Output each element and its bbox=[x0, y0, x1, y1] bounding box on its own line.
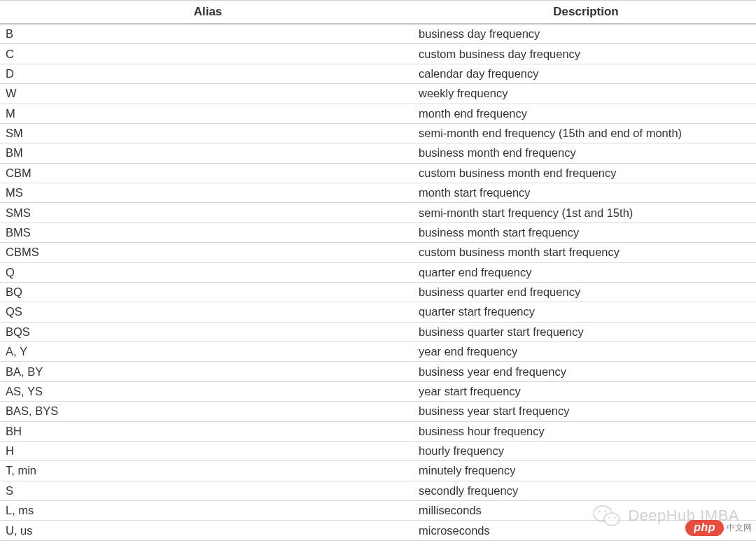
cell-alias: SM bbox=[0, 123, 416, 143]
cell-description: business year end frequency bbox=[416, 362, 756, 381]
cell-alias: BMS bbox=[0, 223, 416, 242]
cell-description: custom business month end frequency bbox=[416, 163, 756, 183]
cell-alias: SMS bbox=[0, 203, 416, 223]
cell-alias: CBM bbox=[0, 163, 416, 183]
cell-description: month end frequency bbox=[416, 104, 756, 123]
table-row: BMSbusiness month start frequency bbox=[0, 223, 756, 242]
cell-description: year end frequency bbox=[416, 342, 756, 362]
table-row: BMbusiness month end frequency bbox=[0, 143, 756, 163]
cell-alias: T, min bbox=[0, 461, 416, 481]
cell-alias: BQ bbox=[0, 282, 416, 302]
cell-description: business quarter end frequency bbox=[416, 282, 756, 302]
table-row: MSmonth start frequency bbox=[0, 183, 756, 203]
cell-alias: BAS, BYS bbox=[0, 402, 416, 421]
cell-description: minutely frequency bbox=[416, 461, 756, 481]
cell-description: hourly frequency bbox=[416, 441, 756, 460]
cell-alias: QS bbox=[0, 302, 416, 322]
cell-alias: N bbox=[0, 540, 416, 543]
cell-description: semi-month start frequency (1st and 15th… bbox=[416, 203, 756, 223]
table-body: Bbusiness day frequencyCcustom business … bbox=[0, 24, 756, 543]
table-row: Mmonth end frequency bbox=[0, 104, 756, 123]
cell-description: quarter start frequency bbox=[416, 302, 756, 322]
table-row: Nnanoseconds bbox=[0, 540, 756, 543]
cell-description: semi-month end frequency (15th and end o… bbox=[416, 123, 756, 143]
table-row: Qquarter end frequency bbox=[0, 262, 756, 282]
table-row: QSquarter start frequency bbox=[0, 302, 756, 322]
cell-description: nanoseconds bbox=[416, 540, 756, 543]
table-row: A, Yyear end frequency bbox=[0, 342, 756, 362]
cell-description: business year start frequency bbox=[416, 402, 756, 421]
cell-description: secondly frequency bbox=[416, 481, 756, 500]
header-alias: Alias bbox=[0, 1, 416, 24]
table-row: BHbusiness hour frequency bbox=[0, 421, 756, 441]
table-row: SMsemi-month end frequency (15th and end… bbox=[0, 123, 756, 143]
cell-description: business month start frequency bbox=[416, 223, 756, 242]
cell-description: year start frequency bbox=[416, 381, 756, 401]
cell-description: microseconds bbox=[416, 521, 756, 540]
cell-alias: AS, YS bbox=[0, 381, 416, 401]
table-row: CBMScustom business month start frequenc… bbox=[0, 243, 756, 262]
cell-alias: Q bbox=[0, 262, 416, 282]
table-row: U, usmicroseconds bbox=[0, 521, 756, 540]
cell-description: business month end frequency bbox=[416, 143, 756, 163]
table-row: Ccustom business day frequency bbox=[0, 44, 756, 64]
table-row: BAS, BYSbusiness year start frequency bbox=[0, 402, 756, 421]
table-row: L, msmilliseconds bbox=[0, 501, 756, 521]
table-row: BQSbusiness quarter start frequency bbox=[0, 322, 756, 341]
frequency-alias-table: Alias Description Bbusiness day frequenc… bbox=[0, 0, 756, 543]
cell-description: custom business day frequency bbox=[416, 44, 756, 64]
cell-alias: S bbox=[0, 481, 416, 500]
cell-alias: BM bbox=[0, 143, 416, 163]
cell-description: calendar day frequency bbox=[416, 64, 756, 83]
table-row: BQbusiness quarter end frequency bbox=[0, 282, 756, 302]
table-row: BA, BYbusiness year end frequency bbox=[0, 362, 756, 381]
frequency-alias-table-container: Alias Description Bbusiness day frequenc… bbox=[0, 0, 756, 543]
table-row: Bbusiness day frequency bbox=[0, 24, 756, 44]
table-header-row: Alias Description bbox=[0, 1, 756, 24]
table-row: AS, YSyear start frequency bbox=[0, 381, 756, 401]
cell-alias: C bbox=[0, 44, 416, 64]
cell-alias: W bbox=[0, 84, 416, 104]
table-row: Dcalendar day frequency bbox=[0, 64, 756, 83]
table-row: T, minminutely frequency bbox=[0, 461, 756, 481]
table-row: Ssecondly frequency bbox=[0, 481, 756, 500]
cell-alias: BA, BY bbox=[0, 362, 416, 381]
cell-alias: D bbox=[0, 64, 416, 83]
cell-alias: L, ms bbox=[0, 501, 416, 521]
cell-description: month start frequency bbox=[416, 183, 756, 203]
cell-alias: U, us bbox=[0, 521, 416, 540]
cell-description: business quarter start frequency bbox=[416, 322, 756, 341]
cell-alias: BQS bbox=[0, 322, 416, 341]
cell-alias: A, Y bbox=[0, 342, 416, 362]
table-row: Hhourly frequency bbox=[0, 441, 756, 460]
cell-alias: M bbox=[0, 104, 416, 123]
cell-alias: H bbox=[0, 441, 416, 460]
cell-alias: CBMS bbox=[0, 243, 416, 262]
table-row: Wweekly frequency bbox=[0, 84, 756, 104]
cell-description: quarter end frequency bbox=[416, 262, 756, 282]
cell-description: business hour frequency bbox=[416, 421, 756, 441]
cell-description: business day frequency bbox=[416, 24, 756, 44]
cell-description: custom business month start frequency bbox=[416, 243, 756, 262]
cell-description: milliseconds bbox=[416, 501, 756, 521]
table-row: CBMcustom business month end frequency bbox=[0, 163, 756, 183]
cell-alias: MS bbox=[0, 183, 416, 203]
header-description: Description bbox=[416, 1, 756, 24]
cell-alias: BH bbox=[0, 421, 416, 441]
table-row: SMSsemi-month start frequency (1st and 1… bbox=[0, 203, 756, 223]
cell-alias: B bbox=[0, 24, 416, 44]
cell-description: weekly frequency bbox=[416, 84, 756, 104]
